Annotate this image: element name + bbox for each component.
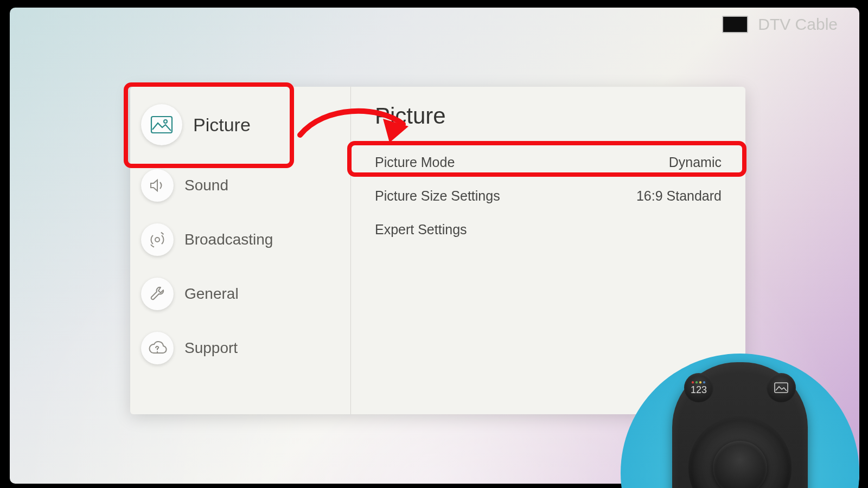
- remote-body: ●●●● 123: [672, 362, 808, 488]
- status-bar: DTV Cable: [722, 15, 838, 34]
- wrench-icon: [141, 278, 174, 310]
- sidebar-item-label: Broadcasting: [184, 231, 273, 248]
- row-picture-size[interactable]: Picture Size Settings 16:9 Standard: [375, 179, 722, 213]
- row-picture-mode[interactable]: Picture Mode Dynamic: [375, 145, 722, 179]
- remote-dpad-ring[interactable]: [688, 416, 792, 488]
- row-expert-settings[interactable]: Expert Settings: [375, 213, 722, 246]
- row-value: 16:9 Standard: [636, 188, 722, 204]
- sound-icon: [141, 169, 174, 202]
- svg-rect-0: [151, 117, 172, 133]
- tv-source-icon: [722, 16, 748, 33]
- cloud-help-icon: [141, 332, 174, 364]
- svg-point-3: [148, 230, 167, 249]
- sidebar-item-picture[interactable]: Picture: [130, 91, 350, 158]
- settings-sidebar: Picture Sound: [130, 87, 351, 414]
- row-label: Picture Size Settings: [375, 188, 500, 204]
- sidebar-item-sound[interactable]: Sound: [130, 158, 350, 213]
- remote-keypad-button[interactable]: ●●●● 123: [684, 373, 713, 402]
- color-dots-icon: ●●●●: [691, 380, 706, 384]
- broadcast-icon: [141, 223, 174, 256]
- row-value: Dynamic: [669, 155, 722, 170]
- source-label: DTV Cable: [758, 15, 838, 34]
- remote-keypad-label: 123: [691, 384, 707, 395]
- settings-content: Picture Picture Mode Dynamic Picture Siz…: [351, 87, 745, 414]
- sidebar-item-broadcasting[interactable]: Broadcasting: [130, 213, 350, 267]
- svg-point-1: [164, 120, 167, 123]
- picture-icon: [141, 104, 182, 145]
- sidebar-item-label: General: [184, 285, 239, 303]
- svg-point-4: [157, 351, 158, 352]
- sidebar-item-label: Picture: [193, 114, 251, 136]
- picture-small-icon: [774, 382, 788, 393]
- remote-extra-button[interactable]: [767, 373, 796, 402]
- remote-ok-button[interactable]: [713, 441, 767, 488]
- sidebar-item-support[interactable]: Support: [130, 321, 350, 375]
- svg-rect-5: [775, 383, 788, 393]
- row-label: Expert Settings: [375, 222, 467, 237]
- sidebar-item-label: Support: [184, 339, 238, 357]
- sidebar-item-general[interactable]: General: [130, 267, 350, 321]
- sidebar-item-label: Sound: [184, 177, 228, 194]
- svg-point-2: [155, 237, 159, 242]
- row-label: Picture Mode: [375, 155, 455, 170]
- tv-screen: DTV Cable Picture: [10, 8, 859, 484]
- content-title: Picture: [375, 103, 722, 129]
- settings-panel: Picture Sound: [130, 87, 745, 414]
